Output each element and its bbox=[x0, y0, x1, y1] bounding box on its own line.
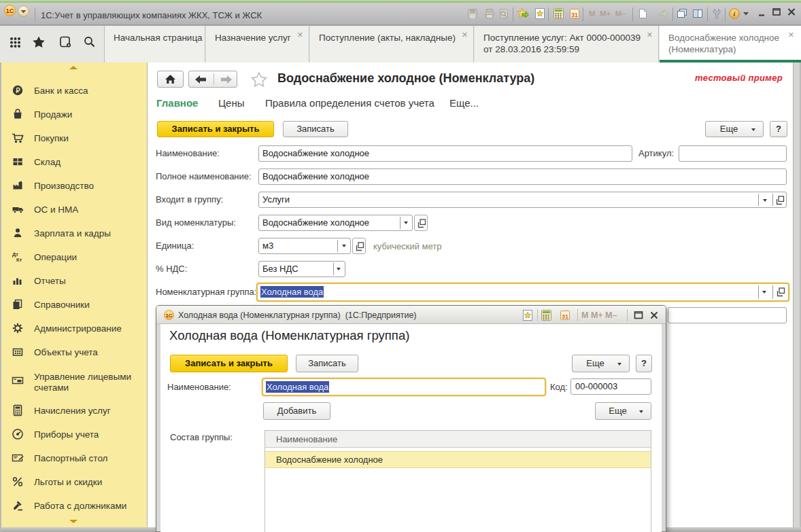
svg-text:31: 31 bbox=[571, 12, 578, 18]
svg-text:i: i bbox=[734, 10, 736, 18]
svg-text:1С: 1С bbox=[165, 313, 172, 319]
svg-text:Кт: Кт bbox=[16, 257, 22, 263]
svg-text:1С: 1С bbox=[6, 7, 14, 14]
svg-text:31: 31 bbox=[562, 313, 568, 320]
